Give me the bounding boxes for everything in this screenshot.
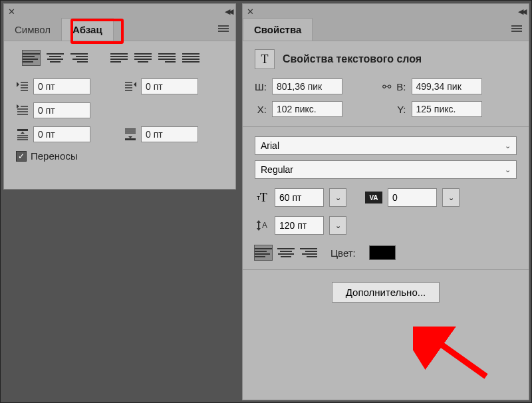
first-line-indent-input[interactable] (33, 102, 90, 118)
justify-left-button[interactable] (110, 51, 128, 65)
transform-grid: Ш: ⚯ В: X: Y: (255, 78, 517, 117)
tracking-dropdown[interactable]: ⌄ (442, 188, 460, 207)
divider (243, 269, 529, 270)
divider (243, 126, 529, 127)
first-line-indent-icon (16, 104, 29, 116)
text-align-left-button[interactable] (255, 245, 272, 260)
x-label: X: (255, 104, 267, 115)
font-family-select[interactable]: Arial ⌄ (255, 136, 517, 155)
y-input[interactable] (412, 101, 482, 117)
tab-bar: Символ Абзац (4, 19, 235, 41)
leading-icon: A (255, 219, 269, 232)
paragraph-panel: ✕ ◀◀ Символ Абзац (3, 3, 236, 190)
panel-header: ✕ ◀◀ (4, 4, 235, 19)
leading-dropdown[interactable]: ⌄ (329, 216, 346, 235)
indent-right-icon (124, 80, 137, 92)
svg-rect-19 (125, 138, 136, 140)
advanced-button[interactable]: Дополнительно... (332, 282, 440, 303)
color-label: Цвет: (331, 247, 356, 259)
tab-bar: Свойства (243, 19, 529, 41)
y-label: Y: (396, 104, 406, 115)
svg-rect-12 (17, 129, 28, 131)
chevron-down-icon: ⌄ (505, 142, 511, 150)
space-before-input[interactable] (33, 126, 90, 142)
tab-properties[interactable]: Свойства (243, 18, 313, 41)
tracking-input[interactable] (388, 188, 437, 207)
font-size-input[interactable] (275, 188, 324, 207)
collapse-icon[interactable]: ◀◀ (518, 7, 525, 16)
tracking-icon: VA (365, 192, 382, 203)
indent-left-input[interactable] (33, 78, 90, 94)
justify-all-button[interactable] (182, 51, 200, 65)
close-icon[interactable]: ✕ (247, 7, 254, 17)
hyphenate-checkbox[interactable]: ✓ (16, 151, 27, 162)
align-center-button[interactable] (47, 51, 64, 65)
collapse-icon[interactable]: ◀◀ (225, 7, 231, 16)
justify-center-button[interactable] (134, 51, 152, 65)
text-layer-icon: T (255, 49, 275, 69)
align-right-button[interactable] (70, 51, 88, 65)
properties-body: T Свойства текстового слоя Ш: ⚯ В: X: Y:… (243, 41, 529, 311)
color-swatch[interactable] (369, 245, 396, 260)
link-dims-icon[interactable]: ⚯ (382, 80, 391, 93)
panel-menu-icon[interactable] (511, 25, 522, 33)
height-label: В: (396, 81, 406, 92)
width-input[interactable] (272, 78, 342, 94)
hyphenate-label: Переносы (31, 150, 78, 162)
indent-left-icon (16, 80, 29, 92)
paragraph-body: ✓ Переносы (4, 41, 235, 171)
leading-input[interactable] (275, 216, 324, 235)
font-style-value: Regular (261, 164, 293, 175)
alignment-row (16, 51, 223, 65)
text-align-right-button[interactable] (300, 245, 317, 260)
chevron-down-icon: ⌄ (505, 166, 511, 174)
font-style-select[interactable]: Regular ⌄ (255, 160, 517, 179)
font-size-icon: тT (255, 191, 269, 205)
space-after-input[interactable] (141, 126, 198, 142)
align-left-button[interactable] (23, 51, 40, 65)
panel-header: ✕ ◀◀ (243, 4, 529, 19)
font-size-dropdown[interactable]: ⌄ (329, 188, 346, 207)
properties-panel: ✕ ◀◀ Свойства T Свойства текстового слоя… (242, 3, 529, 400)
close-icon[interactable]: ✕ (8, 7, 15, 17)
justify-right-button[interactable] (158, 51, 176, 65)
height-input[interactable] (412, 78, 482, 94)
space-before-icon (16, 128, 29, 140)
width-label: Ш: (255, 81, 267, 92)
indent-right-input[interactable] (141, 78, 198, 94)
section-title: Свойства текстового слоя (283, 53, 422, 65)
font-family-value: Arial (261, 140, 279, 151)
svg-text:A: A (262, 221, 267, 230)
tab-symbol[interactable]: Символ (4, 19, 61, 41)
text-align-center-button[interactable] (277, 245, 295, 260)
panel-menu-icon[interactable] (218, 25, 229, 33)
x-input[interactable] (272, 101, 342, 117)
tab-paragraph[interactable]: Абзац (61, 18, 114, 41)
space-after-icon (124, 128, 137, 140)
